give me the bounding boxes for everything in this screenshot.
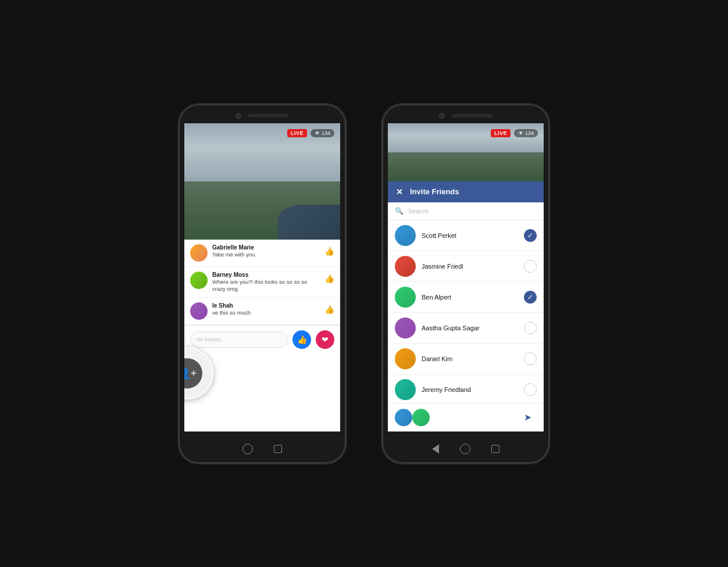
invite-panel: LIVE 👁 134 ✕ Invite Friends 🔍 Search Sco… — [388, 123, 544, 432]
phone-left-screen: LIVE 👁 134 Gabrielle Marie Take me with … — [184, 123, 340, 432]
avatar-jeremy — [395, 379, 416, 400]
comment-item-2: Barney Moss Where are you?! this looks s… — [184, 267, 340, 298]
friend-item-daniel[interactable]: Daniel Kim — [388, 344, 544, 375]
phone-right-top — [383, 105, 549, 123]
comment-text-3: ve this so much — [212, 309, 320, 316]
friend-item-jasmine[interactable]: Jasmine Friedl — [388, 251, 544, 282]
friend-name-aastha: Aastha Gupta Sagar — [422, 324, 518, 331]
comment-item-3: le Shah ve this so much 👍 — [184, 298, 340, 325]
avatar-barney — [190, 272, 208, 289]
commenter-name-3: le Shah — [212, 302, 320, 309]
close-button[interactable]: ✕ — [396, 187, 403, 197]
heart-button[interactable]: ❤ — [316, 330, 334, 349]
commenter-name-2: Barney Moss — [212, 272, 320, 278]
camera-dot-right — [439, 113, 445, 119]
camera-dot — [235, 113, 241, 119]
comment-input[interactable]: Wr mment... — [190, 331, 288, 348]
like-button[interactable]: 👍 — [292, 330, 311, 349]
invite-title: Invite Friends — [410, 187, 459, 196]
comment-content-2: Barney Moss Where are you?! this looks s… — [212, 272, 320, 293]
aerial-video-right: LIVE 👁 134 — [388, 123, 544, 181]
speaker-right — [452, 114, 493, 117]
phone-left: LIVE 👁 134 Gabrielle Marie Take me with … — [178, 104, 347, 464]
friend-item-aastha[interactable]: Aastha Gupta Sagar — [388, 313, 544, 344]
search-input[interactable]: Search — [408, 208, 429, 215]
friend-name-daniel: Daniel Kim — [422, 355, 518, 362]
check-aastha[interactable] — [524, 322, 537, 334]
add-friend-button[interactable]: 👤+ — [184, 358, 202, 388]
viewer-count: 👁 134 — [311, 129, 334, 137]
comment-text-1: Take me with you. — [212, 251, 320, 258]
aerial-video: LIVE 👁 134 — [184, 123, 340, 240]
eye-icon: 👁 — [315, 130, 320, 136]
comment-content-3: le Shah ve this so much — [212, 302, 320, 316]
send-bar: ➤ — [388, 403, 544, 432]
like-icon-1[interactable]: 👍 — [324, 247, 334, 256]
phone-left-top — [179, 105, 345, 123]
check-jeremy[interactable] — [524, 383, 537, 396]
nav-back-right[interactable] — [432, 444, 439, 454]
selected-avatar-ben — [412, 409, 430, 426]
friends-list: Scott Perket ✓ Jasmine Friedl Ben Alpert… — [388, 220, 544, 403]
check-daniel[interactable] — [524, 352, 537, 365]
like-icon-3[interactable]: 👍 — [324, 305, 334, 314]
avatar-daniel — [395, 348, 416, 369]
avatar-gabrielle — [190, 244, 208, 262]
live-overlay-right: LIVE 👁 134 — [491, 129, 538, 137]
comments-area: Gabrielle Marie Take me with you. 👍 Barn… — [184, 240, 340, 354]
phone-right: LIVE 👁 134 ✕ Invite Friends 🔍 Search Sco… — [381, 104, 550, 464]
friend-item-scott[interactable]: Scott Perket ✓ — [388, 220, 544, 251]
friend-item-jeremy[interactable]: Jeremy Friedland — [388, 375, 544, 403]
friend-item-ben[interactable]: Ben Alpert ✓ — [388, 282, 544, 313]
nav-home-left[interactable] — [242, 444, 253, 454]
check-scott[interactable]: ✓ — [524, 229, 537, 242]
add-person-icon: 👤+ — [184, 367, 197, 380]
land-right — [388, 152, 544, 181]
friend-name-ben: Ben Alpert — [422, 294, 518, 301]
search-icon: 🔍 — [395, 207, 404, 215]
avatar-jasmine — [395, 256, 416, 277]
eye-icon-right: 👁 — [518, 130, 523, 136]
like-icon-2[interactable]: 👍 — [324, 274, 334, 283]
avatar-aastha — [395, 318, 416, 338]
live-badge: LIVE — [287, 129, 307, 137]
add-friend-circle: 👤+ — [184, 347, 213, 400]
comment-item-1: Gabrielle Marie Take me with you. 👍 — [184, 240, 340, 267]
phone-right-nav — [383, 435, 549, 463]
nav-home-right[interactable] — [460, 444, 470, 454]
check-ben[interactable]: ✓ — [524, 291, 537, 304]
comment-content-1: Gabrielle Marie Take me with you. — [212, 244, 320, 258]
avatar-scott — [395, 225, 416, 246]
avatar-shah — [190, 302, 208, 320]
selected-avatars — [395, 409, 513, 426]
send-button[interactable]: ➤ — [518, 408, 537, 427]
speaker — [248, 114, 289, 117]
viewer-count-right: 👁 134 — [514, 129, 538, 137]
invite-header: ✕ Invite Friends — [388, 181, 544, 202]
search-bar: 🔍 Search — [388, 202, 544, 220]
friend-name-scott: Scott Perket — [422, 232, 518, 239]
comment-text-2: Where are you?! this looks so so so so c… — [212, 279, 320, 293]
friend-name-jasmine: Jasmine Friedl — [422, 263, 518, 270]
check-jasmine[interactable] — [524, 260, 537, 273]
water — [278, 205, 340, 240]
live-overlay: LIVE 👁 134 — [287, 129, 334, 137]
friend-name-jeremy: Jeremy Friedland — [422, 386, 518, 393]
avatar-ben — [395, 287, 416, 308]
phone-left-nav — [179, 435, 345, 463]
nav-square-left[interactable] — [274, 445, 282, 453]
comment-bar: Wr mment... 👍 ❤ — [184, 325, 340, 354]
selected-avatar-scott — [395, 409, 412, 426]
commenter-name-1: Gabrielle Marie — [212, 244, 320, 251]
nav-square-right[interactable] — [491, 445, 499, 453]
live-badge-right: LIVE — [491, 129, 511, 137]
